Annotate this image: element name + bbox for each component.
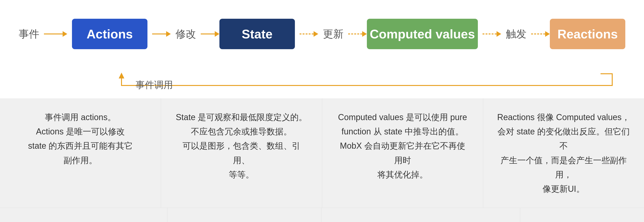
state-code: @observable todos = [{ title: "learn Mob…: [167, 208, 321, 222]
computed-code: @computed get completedTodos() { return …: [321, 208, 520, 222]
actions-code: @action onClick = () => { this.props.tod…: [0, 208, 167, 222]
arrowhead: [62, 31, 67, 37]
code-row: @action onClick = () => { this.props.tod…: [0, 208, 644, 222]
arrowhead: [496, 31, 501, 37]
arrowhead: [215, 31, 220, 37]
computed-desc-text: Computed values 是可以使用 pure function 从 st…: [338, 113, 467, 179]
event-label: 事件: [19, 27, 39, 41]
arrowhead: [545, 31, 550, 37]
arrow-update-text-gap: [348, 31, 367, 37]
trigger-label: 触发: [506, 27, 526, 41]
reactions-desc-text: Reactions 很像 Computed values， 会对 state 的…: [497, 113, 630, 194]
arrowhead: [314, 31, 318, 37]
arrow-computed-to-reactions: [482, 31, 501, 37]
update-label: 更新: [323, 27, 344, 41]
reactions-code: const Todos = observer({ todos } => <ul>…: [520, 208, 644, 222]
feedback-arrow-container: 事件调用: [0, 40, 644, 91]
shaft: [482, 34, 496, 34]
shaft: [531, 34, 545, 34]
actions-desc-text: 事件调用 actions。 Actions 是唯一可以修改 state 的东西并…: [28, 113, 133, 165]
arrowhead: [166, 31, 171, 37]
modify-label: 修改: [176, 27, 196, 41]
state-description: State 是可观察和最低限度定义的。 不应包含冗余或推导数据。 可以是图形，包…: [161, 98, 322, 208]
shaft: [44, 34, 62, 34]
arrow-state-to-computed: [300, 31, 318, 37]
svg-marker-0: [119, 73, 124, 78]
arrow-trigger-text-gap: [531, 31, 550, 37]
shaft: [348, 34, 362, 34]
reactions-description: Reactions 很像 Computed values， 会对 state 的…: [483, 98, 644, 208]
arrowhead: [362, 31, 367, 37]
arrow-modify-text-gap: [201, 31, 220, 37]
shaft: [300, 34, 314, 34]
arrow-actions-to-state: [152, 31, 171, 37]
description-row: 事件调用 actions。 Actions 是唯一可以修改 state 的东西并…: [0, 98, 644, 208]
diagram-section: 事件 Actions 修改 State 更新: [0, 0, 644, 98]
state-desc-text: State 是可观察和最低限度定义的。 不应包含冗余或推导数据。 可以是图形，包…: [176, 113, 307, 179]
shaft: [201, 34, 215, 34]
bottom-section: 事件调用 actions。 Actions 是唯一可以修改 state 的东西并…: [0, 98, 644, 222]
feedback-label: 事件调用: [136, 78, 173, 91]
computed-description: Computed values 是可以使用 pure function 从 st…: [322, 98, 483, 208]
shaft: [152, 34, 166, 34]
actions-description: 事件调用 actions。 Actions 是唯一可以修改 state 的东西并…: [0, 98, 161, 208]
feedback-svg: [0, 40, 644, 91]
arrow-event-to-actions: [44, 31, 67, 37]
